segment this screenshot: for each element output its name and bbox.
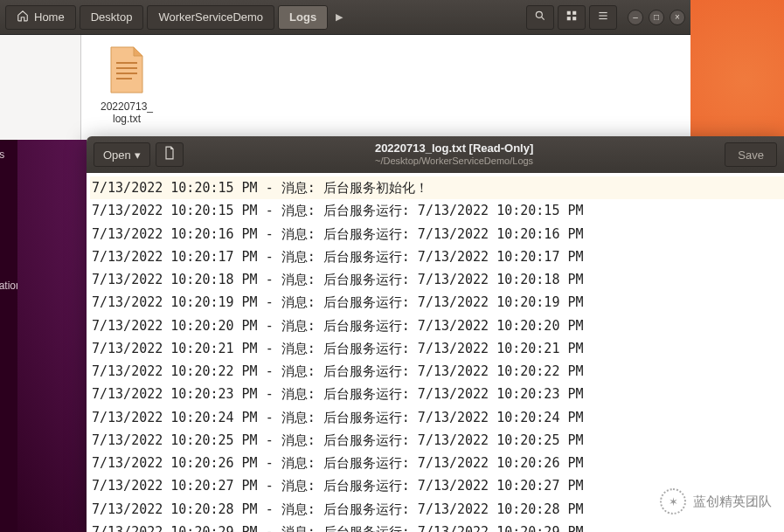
breadcrumb-more-icon[interactable]: ▶: [331, 5, 347, 30]
search-button[interactable]: [526, 5, 554, 30]
launcher-item[interactable]: ocations: [0, 280, 17, 292]
new-document-button[interactable]: [156, 142, 184, 167]
open-label: Open: [103, 149, 131, 162]
home-icon: [17, 10, 29, 24]
close-icon: ×: [675, 12, 680, 22]
hamburger-icon: [597, 10, 609, 24]
editor-title-main: 20220713_log.txt [Read-Only]: [184, 142, 725, 155]
grid-view-button[interactable]: [558, 5, 586, 30]
launcher-item[interactable]: ads: [0, 149, 17, 161]
breadcrumb-folder[interactable]: WorkerServiceDemo: [147, 5, 274, 30]
search-icon: [534, 10, 546, 24]
launcher-item[interactable]: s: [0, 173, 17, 185]
breadcrumb-label: WorkerServiceDemo: [158, 10, 263, 24]
log-line: 7/13/2022 10:20:16 PM - 消息: 后台服务运行: 7/13…: [90, 223, 784, 245]
window-controls: – □ ×: [628, 10, 685, 25]
file-manager-sidebar: [0, 35, 80, 140]
log-line: 7/13/2022 10:20:18 PM - 消息: 后台服务运行: 7/13…: [90, 268, 784, 291]
new-document-icon: [163, 146, 176, 163]
breadcrumb-label: Desktop: [91, 10, 133, 24]
log-line: 7/13/2022 10:20:15 PM - 消息: 后台服务初始化！: [90, 176, 784, 199]
menu-button[interactable]: [589, 5, 617, 30]
text-file-icon: [106, 45, 148, 94]
maximize-button[interactable]: □: [649, 10, 664, 25]
svg-rect-5: [572, 17, 576, 20]
minimize-icon: –: [633, 12, 638, 22]
breadcrumb-home[interactable]: Home: [5, 5, 76, 30]
svg-line-1: [541, 17, 544, 19]
log-line: 7/13/2022 10:20:28 PM - 消息: 后台服务运行: 7/13…: [90, 498, 784, 521]
log-line: 7/13/2022 10:20:24 PM - 消息: 后台服务运行: 7/13…: [90, 406, 784, 429]
editor-title-path: ~/Desktop/WorkerServiceDemo/Logs: [184, 155, 725, 168]
log-line: 7/13/2022 10:20:25 PM - 消息: 后台服务运行: 7/13…: [90, 429, 784, 452]
log-line: 7/13/2022 10:20:26 PM - 消息: 后台服务运行: 7/13…: [90, 452, 784, 474]
log-line: 7/13/2022 10:20:21 PM - 消息: 后台服务运行: 7/13…: [90, 337, 784, 360]
log-line: 7/13/2022 10:20:23 PM - 消息: 后台服务运行: 7/13…: [90, 383, 784, 405]
svg-rect-4: [567, 17, 571, 20]
log-line: 7/13/2022 10:20:22 PM - 消息: 后台服务运行: 7/13…: [90, 360, 784, 383]
log-line: 7/13/2022 10:20:15 PM - 消息: 后台服务运行: 7/13…: [90, 199, 784, 222]
breadcrumb-label: Home: [34, 10, 65, 24]
close-button[interactable]: ×: [670, 10, 685, 25]
log-line: 7/13/2022 10:20:17 PM - 消息: 后台服务运行: 7/13…: [90, 245, 784, 268]
text-editor-window: Open ▾ 20220713_log.txt [Read-Only] ~/De…: [87, 136, 784, 532]
chevron-down-icon: ▾: [135, 149, 141, 162]
svg-point-0: [536, 11, 542, 17]
file-item[interactable]: 20220713_ log.txt: [92, 45, 162, 125]
minimize-button[interactable]: –: [628, 10, 643, 25]
file-name-line1: 20220713_: [92, 100, 162, 113]
breadcrumb-desktop[interactable]: Desktop: [80, 5, 144, 30]
file-manager-toolbar: Home Desktop WorkerServiceDemo Logs ▶: [0, 0, 690, 35]
editor-text-area[interactable]: 7/13/2022 10:20:15 PM - 消息: 后台服务初始化！7/13…: [87, 173, 784, 532]
file-manager-body[interactable]: 20220713_ log.txt: [80, 35, 690, 140]
open-button[interactable]: Open ▾: [94, 142, 150, 167]
editor-title: 20220713_log.txt [Read-Only] ~/Desktop/W…: [184, 142, 725, 168]
svg-rect-3: [572, 11, 576, 15]
editor-header: Open ▾ 20220713_log.txt [Read-Only] ~/De…: [87, 136, 784, 173]
save-button[interactable]: Save: [725, 142, 777, 167]
file-name-line2: log.txt: [92, 113, 162, 125]
breadcrumb-label: Logs: [289, 10, 316, 24]
log-line: 7/13/2022 10:20:19 PM - 消息: 后台服务运行: 7/13…: [90, 291, 784, 314]
log-line: 7/13/2022 10:20:27 PM - 消息: 后台服务运行: 7/13…: [90, 474, 784, 497]
log-line: 7/13/2022 10:20:29 PM - 消息: 后台服务运行: 7/13…: [90, 521, 784, 532]
grid-icon: [565, 10, 578, 24]
maximize-icon: □: [654, 12, 659, 22]
file-manager-window: Home Desktop WorkerServiceDemo Logs ▶: [0, 0, 690, 140]
log-line: 7/13/2022 10:20:20 PM - 消息: 后台服务运行: 7/13…: [90, 314, 784, 337]
breadcrumb-current[interactable]: Logs: [278, 5, 328, 30]
svg-rect-2: [567, 11, 571, 15]
save-label: Save: [738, 149, 764, 162]
